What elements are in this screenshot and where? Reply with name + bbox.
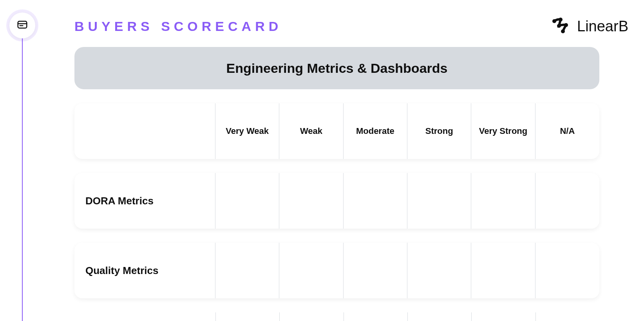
cell[interactable] [535, 173, 599, 229]
col-strong: Strong [407, 103, 471, 159]
row-label-dora: DORA Metrics [74, 173, 215, 229]
cell[interactable] [344, 243, 407, 298]
col-very-strong: Very Strong [471, 103, 535, 159]
cell[interactable] [471, 173, 535, 229]
scorecard-table: Very Weak Weak Moderate Strong Very Stro… [74, 103, 599, 298]
timeline-line [22, 38, 23, 321]
cell[interactable] [471, 243, 535, 298]
cell[interactable] [407, 173, 471, 229]
cell[interactable] [279, 243, 343, 298]
card-icon [16, 19, 28, 32]
section-header: Engineering Metrics & Dashboards [74, 47, 599, 89]
cell[interactable] [215, 173, 279, 229]
cell[interactable] [215, 243, 279, 298]
cell[interactable] [344, 173, 407, 229]
brand-name: LinearB [577, 18, 628, 35]
page-title: BUYERS SCORECARD [74, 19, 282, 34]
linearb-mark-icon [551, 17, 572, 35]
header: BUYERS SCORECARD LinearB [74, 17, 628, 35]
row-label-quality: Quality Metrics [74, 243, 215, 298]
table-row: DORA Metrics [74, 173, 599, 229]
svg-rect-0 [18, 21, 27, 28]
section-title: Engineering Metrics & Dashboards [226, 61, 448, 76]
timeline-badge [9, 13, 35, 38]
table-row: Quality Metrics [74, 243, 599, 298]
cell[interactable] [279, 173, 343, 229]
header-empty-cell [74, 103, 215, 159]
col-na: N/A [535, 103, 599, 159]
col-moderate: Moderate [344, 103, 407, 159]
table-header-row: Very Weak Weak Moderate Strong Very Stro… [74, 103, 599, 159]
cell[interactable] [407, 243, 471, 298]
col-weak: Weak [279, 103, 343, 159]
cell[interactable] [535, 243, 599, 298]
scorecard: Engineering Metrics & Dashboards Very We… [74, 47, 599, 312]
col-very-weak: Very Weak [215, 103, 279, 159]
brand-logo: LinearB [551, 17, 628, 35]
